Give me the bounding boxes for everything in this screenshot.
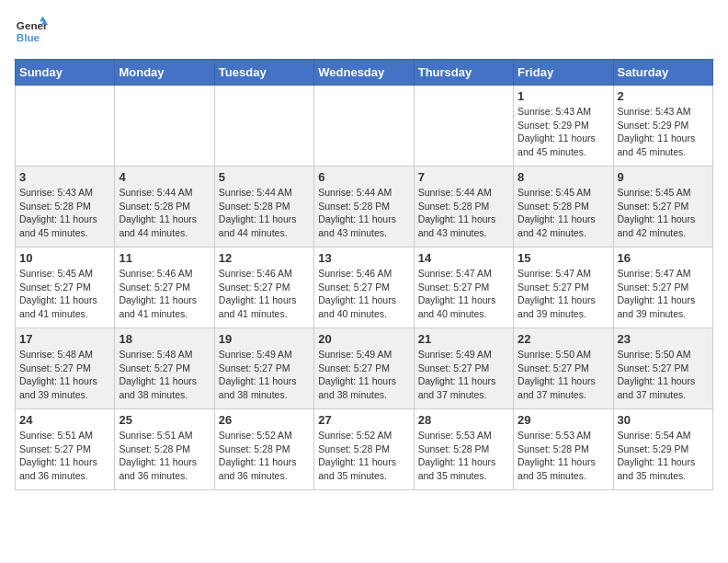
day-info: Sunrise: 5:43 AM Sunset: 5:28 PM Dayligh… — [19, 186, 110, 240]
day-of-week-header: Friday — [514, 60, 613, 86]
calendar-cell: 9Sunrise: 5:45 AM Sunset: 5:27 PM Daylig… — [613, 167, 712, 247]
calendar-cell: 21Sunrise: 5:49 AM Sunset: 5:27 PM Dayli… — [414, 328, 513, 409]
day-info: Sunrise: 5:49 AM Sunset: 5:27 PM Dayligh… — [418, 348, 509, 402]
calendar-cell: 15Sunrise: 5:47 AM Sunset: 5:27 PM Dayli… — [514, 247, 613, 328]
calendar-cell: 3Sunrise: 5:43 AM Sunset: 5:28 PM Daylig… — [16, 167, 115, 247]
calendar-cell — [16, 86, 115, 167]
calendar-cell: 2Sunrise: 5:43 AM Sunset: 5:29 PM Daylig… — [613, 86, 712, 167]
day-info: Sunrise: 5:54 AM Sunset: 5:29 PM Dayligh… — [618, 429, 709, 483]
calendar-cell: 26Sunrise: 5:52 AM Sunset: 5:28 PM Dayli… — [214, 409, 313, 490]
day-info: Sunrise: 5:50 AM Sunset: 5:27 PM Dayligh… — [518, 348, 609, 402]
day-info: Sunrise: 5:44 AM Sunset: 5:28 PM Dayligh… — [318, 186, 409, 240]
day-info: Sunrise: 5:47 AM Sunset: 5:27 PM Dayligh… — [518, 267, 609, 321]
day-number: 20 — [318, 332, 409, 346]
day-number: 29 — [518, 413, 609, 427]
calendar-cell: 7Sunrise: 5:44 AM Sunset: 5:28 PM Daylig… — [414, 167, 513, 247]
day-of-week-header: Sunday — [16, 60, 115, 86]
day-info: Sunrise: 5:47 AM Sunset: 5:27 PM Dayligh… — [618, 267, 709, 321]
day-info: Sunrise: 5:49 AM Sunset: 5:27 PM Dayligh… — [219, 348, 310, 402]
day-number: 14 — [418, 251, 509, 265]
day-number: 5 — [219, 170, 310, 184]
day-info: Sunrise: 5:46 AM Sunset: 5:27 PM Dayligh… — [318, 267, 409, 321]
day-number: 30 — [618, 413, 709, 427]
calendar-cell: 10Sunrise: 5:45 AM Sunset: 5:27 PM Dayli… — [16, 247, 115, 328]
calendar-cell: 16Sunrise: 5:47 AM Sunset: 5:27 PM Dayli… — [613, 247, 712, 328]
calendar-cell: 22Sunrise: 5:50 AM Sunset: 5:27 PM Dayli… — [514, 328, 613, 409]
day-info: Sunrise: 5:46 AM Sunset: 5:27 PM Dayligh… — [219, 267, 310, 321]
calendar-cell: 28Sunrise: 5:53 AM Sunset: 5:28 PM Dayli… — [414, 409, 513, 490]
day-number: 2 — [618, 89, 709, 103]
day-info: Sunrise: 5:44 AM Sunset: 5:28 PM Dayligh… — [418, 186, 509, 240]
day-info: Sunrise: 5:51 AM Sunset: 5:27 PM Dayligh… — [19, 429, 110, 483]
day-number: 6 — [318, 170, 409, 184]
calendar-cell: 12Sunrise: 5:46 AM Sunset: 5:27 PM Dayli… — [214, 247, 313, 328]
calendar: SundayMondayTuesdayWednesdayThursdayFrid… — [15, 59, 713, 490]
day-info: Sunrise: 5:43 AM Sunset: 5:29 PM Dayligh… — [518, 105, 609, 159]
day-number: 26 — [219, 413, 310, 427]
day-number: 13 — [318, 251, 409, 265]
day-info: Sunrise: 5:49 AM Sunset: 5:27 PM Dayligh… — [318, 348, 409, 402]
calendar-cell: 20Sunrise: 5:49 AM Sunset: 5:27 PM Dayli… — [314, 328, 414, 409]
day-number: 10 — [19, 251, 110, 265]
calendar-cell: 25Sunrise: 5:51 AM Sunset: 5:28 PM Dayli… — [115, 409, 214, 490]
day-number: 21 — [418, 332, 509, 346]
day-number: 22 — [518, 332, 609, 346]
day-info: Sunrise: 5:53 AM Sunset: 5:28 PM Dayligh… — [518, 429, 609, 483]
day-info: Sunrise: 5:48 AM Sunset: 5:27 PM Dayligh… — [19, 348, 110, 402]
day-of-week-header: Saturday — [613, 60, 712, 86]
day-number: 7 — [418, 170, 509, 184]
day-number: 9 — [618, 170, 709, 184]
day-info: Sunrise: 5:43 AM Sunset: 5:29 PM Dayligh… — [618, 105, 709, 159]
calendar-cell — [115, 86, 214, 167]
calendar-cell: 5Sunrise: 5:44 AM Sunset: 5:28 PM Daylig… — [214, 167, 313, 247]
calendar-cell: 8Sunrise: 5:45 AM Sunset: 5:28 PM Daylig… — [514, 167, 613, 247]
calendar-cell: 27Sunrise: 5:52 AM Sunset: 5:28 PM Dayli… — [314, 409, 414, 490]
day-info: Sunrise: 5:50 AM Sunset: 5:27 PM Dayligh… — [618, 348, 709, 402]
day-info: Sunrise: 5:52 AM Sunset: 5:28 PM Dayligh… — [318, 429, 409, 483]
day-info: Sunrise: 5:51 AM Sunset: 5:28 PM Dayligh… — [119, 429, 210, 483]
calendar-cell: 13Sunrise: 5:46 AM Sunset: 5:27 PM Dayli… — [314, 247, 414, 328]
calendar-cell: 30Sunrise: 5:54 AM Sunset: 5:29 PM Dayli… — [613, 409, 712, 490]
day-number: 28 — [418, 413, 509, 427]
day-number: 11 — [119, 251, 210, 265]
day-number: 4 — [119, 170, 210, 184]
calendar-cell: 4Sunrise: 5:44 AM Sunset: 5:28 PM Daylig… — [115, 167, 214, 247]
calendar-cell: 17Sunrise: 5:48 AM Sunset: 5:27 PM Dayli… — [16, 328, 115, 409]
day-of-week-header: Monday — [115, 60, 214, 86]
day-info: Sunrise: 5:44 AM Sunset: 5:28 PM Dayligh… — [219, 186, 310, 240]
day-info: Sunrise: 5:45 AM Sunset: 5:27 PM Dayligh… — [618, 186, 709, 240]
calendar-cell: 24Sunrise: 5:51 AM Sunset: 5:27 PM Dayli… — [16, 409, 115, 490]
day-number: 15 — [518, 251, 609, 265]
calendar-cell: 29Sunrise: 5:53 AM Sunset: 5:28 PM Dayli… — [514, 409, 613, 490]
day-of-week-header: Wednesday — [314, 60, 414, 86]
day-number: 27 — [318, 413, 409, 427]
calendar-cell: 19Sunrise: 5:49 AM Sunset: 5:27 PM Dayli… — [214, 328, 313, 409]
logo-icon: General Blue — [15, 15, 48, 48]
day-number: 1 — [518, 89, 609, 103]
day-info: Sunrise: 5:46 AM Sunset: 5:27 PM Dayligh… — [119, 267, 210, 321]
calendar-cell: 6Sunrise: 5:44 AM Sunset: 5:28 PM Daylig… — [314, 167, 414, 247]
svg-text:Blue: Blue — [17, 31, 40, 43]
calendar-cell — [314, 86, 414, 167]
day-info: Sunrise: 5:45 AM Sunset: 5:27 PM Dayligh… — [19, 267, 110, 321]
day-of-week-header: Tuesday — [214, 60, 313, 86]
calendar-cell: 11Sunrise: 5:46 AM Sunset: 5:27 PM Dayli… — [115, 247, 214, 328]
logo: General Blue — [15, 15, 48, 48]
day-number: 18 — [119, 332, 210, 346]
day-info: Sunrise: 5:52 AM Sunset: 5:28 PM Dayligh… — [219, 429, 310, 483]
day-number: 24 — [19, 413, 110, 427]
calendar-cell — [214, 86, 313, 167]
day-of-week-header: Thursday — [414, 60, 513, 86]
day-number: 23 — [618, 332, 709, 346]
day-number: 16 — [618, 251, 709, 265]
calendar-cell: 23Sunrise: 5:50 AM Sunset: 5:27 PM Dayli… — [613, 328, 712, 409]
day-number: 19 — [219, 332, 310, 346]
calendar-cell: 18Sunrise: 5:48 AM Sunset: 5:27 PM Dayli… — [115, 328, 214, 409]
day-info: Sunrise: 5:45 AM Sunset: 5:28 PM Dayligh… — [518, 186, 609, 240]
day-info: Sunrise: 5:48 AM Sunset: 5:27 PM Dayligh… — [119, 348, 210, 402]
day-number: 12 — [219, 251, 310, 265]
calendar-cell — [414, 86, 513, 167]
day-number: 8 — [518, 170, 609, 184]
day-info: Sunrise: 5:53 AM Sunset: 5:28 PM Dayligh… — [418, 429, 509, 483]
day-number: 3 — [19, 170, 110, 184]
